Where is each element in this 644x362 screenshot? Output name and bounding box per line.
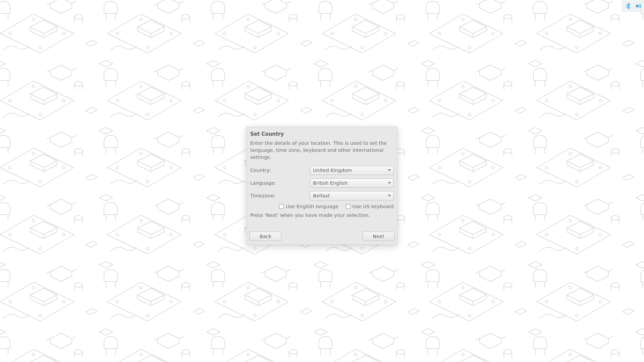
dialog-button-row: Back Next: [250, 232, 394, 241]
country-select-wrap: United Kingdom: [310, 166, 394, 175]
setup-dialog-set-country: Set Country Enter the details of your lo…: [247, 127, 397, 245]
use-us-keyboard-label: Use US keyboard: [353, 204, 394, 209]
checkbox-row: Use English language Use US keyboard: [250, 204, 394, 209]
timezone-select-wrap: Belfast: [310, 191, 394, 200]
system-tray: [622, 0, 644, 12]
country-label: Country:: [250, 168, 307, 173]
back-button[interactable]: Back: [250, 232, 281, 241]
form-grid: Country: United Kingdom Language: Britis…: [250, 166, 394, 200]
dialog-description: Enter the details of your location. This…: [250, 140, 394, 161]
next-button[interactable]: Next: [363, 232, 394, 241]
use-english-language-label: Use English language: [286, 204, 338, 209]
language-select-wrap: British English: [310, 178, 394, 188]
use-us-keyboard-checkbox[interactable]: Use US keyboard: [346, 204, 394, 209]
use-english-language-checkbox[interactable]: Use English language: [279, 204, 338, 209]
timezone-label: Timezone:: [250, 193, 307, 198]
use-us-keyboard-input[interactable]: [346, 204, 351, 209]
dialog-title: Set Country: [250, 131, 394, 137]
use-english-language-input[interactable]: [279, 204, 284, 209]
timezone-select[interactable]: Belfast: [310, 191, 394, 200]
bluetooth-icon[interactable]: [625, 3, 632, 9]
language-select[interactable]: British English: [310, 178, 394, 188]
language-label: Language:: [250, 180, 307, 186]
country-select[interactable]: United Kingdom: [310, 166, 394, 175]
dialog-hint: Press 'Next' when you have made your sel…: [250, 212, 394, 219]
volume-icon[interactable]: [635, 3, 642, 9]
